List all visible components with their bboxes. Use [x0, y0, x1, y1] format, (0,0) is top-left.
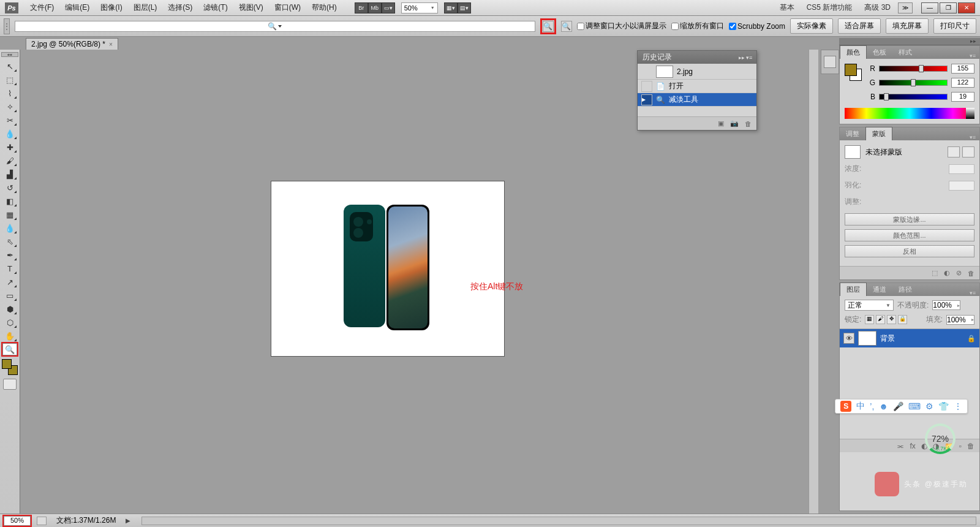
- 3d-camera-tool[interactable]: ⬡: [2, 316, 17, 328]
- ime-settings-icon[interactable]: ⚙: [925, 401, 933, 411]
- mask-from-sel-icon[interactable]: ⬚: [932, 269, 938, 277]
- panel-menu-icon[interactable]: ▾≡: [746, 55, 752, 60]
- g-slider[interactable]: [879, 80, 948, 86]
- ime-toolbar[interactable]: S 中 ’, ☻ 🎤 ⌨ ⚙ 👕 ⋮: [835, 399, 968, 414]
- vector-mask-button[interactable]: [962, 146, 974, 157]
- workspace-3d[interactable]: 高级 3D: [859, 1, 895, 14]
- healing-tool[interactable]: ✚: [2, 141, 17, 153]
- tab-paths[interactable]: 路径: [892, 283, 918, 296]
- type-tool[interactable]: T: [2, 262, 17, 275]
- tab-close-icon[interactable]: ×: [109, 41, 113, 48]
- r-value[interactable]: 155: [951, 64, 974, 74]
- screen-mode-icon[interactable]: ▭▾: [382, 2, 395, 13]
- status-doc-size[interactable]: 文档:1.37M/1.26M: [53, 515, 119, 526]
- fg-color-swatch[interactable]: [2, 359, 12, 369]
- menu-layer[interactable]: 图层(L): [128, 1, 163, 15]
- lock-transparent-icon[interactable]: ▦: [865, 315, 874, 324]
- tab-channels[interactable]: 通道: [867, 283, 892, 296]
- gradient-tool[interactable]: ▦: [2, 208, 17, 221]
- scrubby-zoom-checkbox[interactable]: Scrubby Zoom: [729, 22, 785, 31]
- menu-file[interactable]: 文件(F): [24, 1, 59, 15]
- menu-view[interactable]: 视图(V): [233, 1, 269, 15]
- close-button[interactable]: ✕: [958, 2, 975, 13]
- blend-mode-dropdown[interactable]: 正常: [845, 300, 894, 311]
- zoom-in-button[interactable]: 🔍: [543, 21, 554, 32]
- shape-tool[interactable]: ▭: [2, 289, 17, 301]
- tab-swatches[interactable]: 色板: [867, 46, 892, 59]
- lock-all-icon[interactable]: 🔒: [898, 315, 907, 324]
- wand-tool[interactable]: ✧: [2, 100, 17, 113]
- status-zoom[interactable]: 50%: [4, 516, 31, 526]
- zoom-all-checkbox[interactable]: 缩放所有窗口: [671, 21, 724, 31]
- marquee-tool[interactable]: ⬚: [2, 74, 17, 86]
- g-value[interactable]: 122: [951, 78, 974, 88]
- ime-skin-icon[interactable]: 👕: [938, 401, 949, 411]
- move-tool[interactable]: ↖: [2, 60, 17, 72]
- new-doc-from-state-icon[interactable]: ▣: [718, 119, 724, 127]
- panel-collapse-icon[interactable]: ▸▸: [739, 55, 744, 60]
- invert-button[interactable]: 反相: [845, 245, 974, 257]
- menu-image[interactable]: 图像(I): [95, 1, 127, 15]
- color-range-button[interactable]: 颜色范围...: [845, 229, 974, 241]
- menu-edit[interactable]: 编辑(E): [59, 1, 95, 15]
- delete-mask-icon[interactable]: 🗑: [968, 270, 974, 277]
- bridge-icon[interactable]: Br: [355, 2, 368, 13]
- density-value[interactable]: [949, 164, 974, 174]
- actual-pixels-button[interactable]: 实际像素: [790, 18, 833, 34]
- new-layer-icon[interactable]: ▫: [959, 442, 962, 450]
- ime-more-icon[interactable]: ⋮: [954, 401, 962, 411]
- arrange-icon[interactable]: ▦▾: [444, 2, 458, 13]
- collapsed-dock-icon[interactable]: [821, 50, 839, 74]
- ime-punct[interactable]: ’,: [870, 401, 874, 411]
- current-tool-icon[interactable]: 🔍: [15, 21, 535, 32]
- r-slider[interactable]: [879, 66, 948, 72]
- opacity-value[interactable]: 100%: [932, 300, 960, 310]
- options-grip[interactable]: ⋮: [4, 18, 10, 34]
- history-item-dodge[interactable]: ▸🔍 减淡工具: [638, 93, 756, 107]
- disable-mask-icon[interactable]: ⊘: [956, 269, 962, 277]
- layer-fx-icon[interactable]: fx: [910, 442, 915, 450]
- color-swatches[interactable]: [2, 359, 18, 375]
- eraser-tool[interactable]: ◧: [2, 195, 17, 207]
- menu-filter[interactable]: 滤镜(T): [198, 1, 233, 15]
- print-size-button[interactable]: 打印尺寸: [933, 18, 976, 34]
- stamp-tool[interactable]: ▟: [2, 168, 17, 180]
- b-value[interactable]: 19: [951, 92, 974, 102]
- workspace-more-icon[interactable]: ≫: [898, 2, 913, 13]
- layer-background[interactable]: 👁 背景 🔒: [840, 329, 979, 347]
- apply-mask-icon[interactable]: ◐: [944, 269, 950, 277]
- b-slider[interactable]: [879, 94, 948, 100]
- zoom-out-button[interactable]: 🔍: [561, 21, 572, 32]
- toolbox-collapse[interactable]: ««: [1, 52, 18, 57]
- tab-layers[interactable]: 图层: [840, 282, 867, 296]
- 3d-tool[interactable]: ⬢: [2, 303, 17, 315]
- zoom-dropdown[interactable]: 50%: [401, 2, 438, 13]
- ime-keyboard-icon[interactable]: ⌨: [908, 401, 921, 411]
- color-panel-menu-icon[interactable]: ▾≡: [966, 53, 979, 59]
- pen-tool[interactable]: ✒: [2, 249, 17, 261]
- dock-collapse[interactable]: ▸▸: [839, 38, 980, 45]
- visibility-icon[interactable]: 👁: [843, 333, 854, 344]
- new-snapshot-icon[interactable]: 📷: [730, 119, 739, 127]
- fill-screen-button[interactable]: 填充屏幕: [886, 18, 929, 34]
- lasso-tool[interactable]: ⌇: [2, 87, 17, 99]
- workspace-basic[interactable]: 基本: [775, 1, 799, 14]
- vertical-scrollbar[interactable]: [809, 50, 818, 514]
- path-tool[interactable]: ↗: [2, 276, 17, 288]
- pixel-mask-button[interactable]: [948, 146, 960, 157]
- delete-layer-icon[interactable]: 🗑: [967, 442, 974, 450]
- mask-panel-menu-icon[interactable]: ▾≡: [966, 134, 979, 140]
- ime-voice-icon[interactable]: 🎤: [893, 401, 903, 411]
- status-menu-icon[interactable]: ▶: [126, 517, 130, 524]
- ime-emoji-icon[interactable]: ☻: [879, 401, 888, 411]
- fill-value[interactable]: 100%: [946, 315, 974, 325]
- dodge-tool[interactable]: ⬁: [2, 235, 17, 248]
- link-layers-icon[interactable]: ⫘: [897, 442, 904, 450]
- maximize-button[interactable]: ❐: [940, 2, 957, 13]
- extras-icon[interactable]: ▤▾: [458, 2, 471, 13]
- quickmask-button[interactable]: [3, 379, 17, 390]
- document-tab[interactable]: 2.jpg @ 50%(RGB/8) * ×: [26, 38, 118, 50]
- menu-help[interactable]: 帮助(H): [306, 1, 342, 15]
- feather-value[interactable]: [949, 181, 974, 191]
- minibridge-icon[interactable]: Mb: [368, 2, 382, 13]
